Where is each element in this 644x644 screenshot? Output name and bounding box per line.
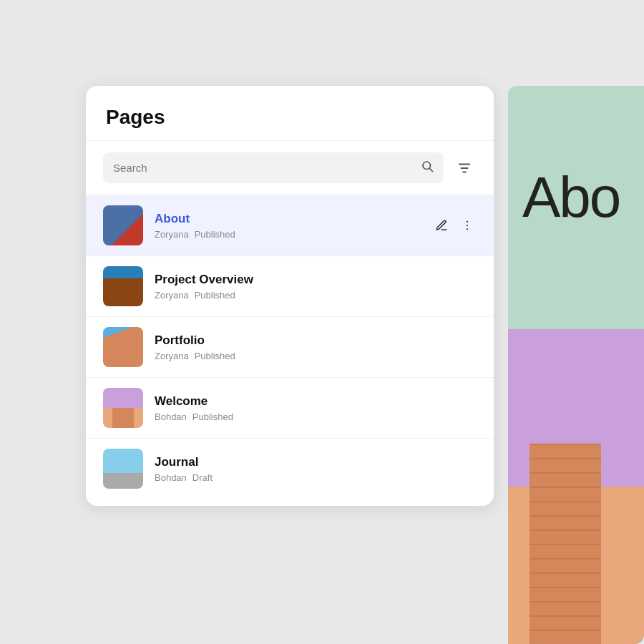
list-item[interactable]: About Zoryana Published xyxy=(86,195,494,256)
page-info: Welcome Bohdan Published xyxy=(155,394,421,422)
list-item[interactable]: Journal Bohdan Draft xyxy=(86,439,494,499)
page-meta: Bohdan Draft xyxy=(155,472,421,483)
page-name: About xyxy=(155,212,421,226)
svg-point-8 xyxy=(467,282,468,283)
page-status: Published xyxy=(195,229,235,240)
edit-button[interactable] xyxy=(432,338,451,356)
svg-point-19 xyxy=(467,472,468,473)
preview-building-image xyxy=(508,329,644,644)
page-author: Bohdan xyxy=(155,472,187,483)
more-button[interactable] xyxy=(458,459,477,478)
search-icon xyxy=(421,160,434,176)
preview-about-text: Abo xyxy=(522,165,620,230)
page-status: Published xyxy=(195,290,235,301)
svg-point-7 xyxy=(467,228,468,230)
pages-panel: Pages About xyxy=(86,86,494,506)
page-name: Journal xyxy=(155,455,421,469)
edit-button[interactable] xyxy=(432,459,451,478)
svg-point-10 xyxy=(467,289,468,291)
page-info: Journal Bohdan Draft xyxy=(155,455,421,483)
edit-button[interactable] xyxy=(432,216,451,235)
filter-button[interactable] xyxy=(452,156,477,180)
svg-point-6 xyxy=(467,225,468,226)
edit-button[interactable] xyxy=(432,399,451,417)
preview-panel: Abo xyxy=(508,86,644,644)
page-author: Zoryana xyxy=(155,351,189,361)
thumb-image-journal xyxy=(103,449,143,489)
page-list: About Zoryana Published xyxy=(86,195,494,499)
search-input-wrap[interactable] xyxy=(103,152,444,183)
page-author: Zoryana xyxy=(155,229,189,240)
page-info: About Zoryana Published xyxy=(155,212,421,240)
svg-point-16 xyxy=(467,411,468,412)
svg-point-17 xyxy=(467,464,468,466)
more-button[interactable] xyxy=(458,216,477,235)
more-button[interactable] xyxy=(458,338,477,356)
page-status: Published xyxy=(192,411,233,422)
page-name: Portfolio xyxy=(155,333,421,348)
page-info: Portfolio Zoryana Published xyxy=(155,333,421,361)
page-actions xyxy=(432,216,477,235)
page-status: Draft xyxy=(192,472,213,483)
thumb-image-portfolio xyxy=(103,327,143,367)
page-thumbnail xyxy=(103,205,143,245)
thumb-image-welcome xyxy=(103,388,143,428)
page-meta: Zoryana Published xyxy=(155,290,421,301)
search-input[interactable] xyxy=(113,162,415,174)
svg-point-15 xyxy=(467,407,468,409)
more-button[interactable] xyxy=(458,399,477,417)
pages-header: Pages xyxy=(86,86,494,141)
svg-point-11 xyxy=(467,343,468,344)
svg-point-12 xyxy=(467,346,468,348)
page-meta: Zoryana Published xyxy=(155,229,421,240)
svg-point-9 xyxy=(467,286,468,287)
page-author: Zoryana xyxy=(155,290,189,301)
thumb-image-about xyxy=(103,205,143,245)
edit-button[interactable] xyxy=(432,277,451,296)
page-info: Project Overview Zoryana Published xyxy=(155,273,421,301)
svg-line-1 xyxy=(429,168,432,171)
page-author: Bohdan xyxy=(155,411,187,422)
list-item[interactable]: Welcome Bohdan Published xyxy=(86,378,494,439)
svg-point-14 xyxy=(467,404,468,405)
svg-point-18 xyxy=(467,468,468,469)
thumb-image-project xyxy=(103,266,143,306)
page-thumbnail xyxy=(103,449,143,489)
list-item[interactable]: Project Overview Zoryana Published xyxy=(86,256,494,317)
svg-point-5 xyxy=(467,221,468,223)
more-button[interactable] xyxy=(458,277,477,296)
page-meta: Zoryana Published xyxy=(155,351,421,361)
building-detail xyxy=(530,444,601,644)
search-row xyxy=(86,141,494,195)
page-thumbnail xyxy=(103,388,143,428)
page-title: Pages xyxy=(106,106,474,129)
page-meta: Bohdan Published xyxy=(155,411,421,422)
page-status: Published xyxy=(195,351,235,361)
list-item[interactable]: Portfolio Zoryana Published xyxy=(86,317,494,378)
page-name: Welcome xyxy=(155,394,421,409)
page-name: Project Overview xyxy=(155,273,421,287)
page-thumbnail xyxy=(103,266,143,306)
page-thumbnail xyxy=(103,327,143,367)
svg-point-13 xyxy=(467,350,468,351)
